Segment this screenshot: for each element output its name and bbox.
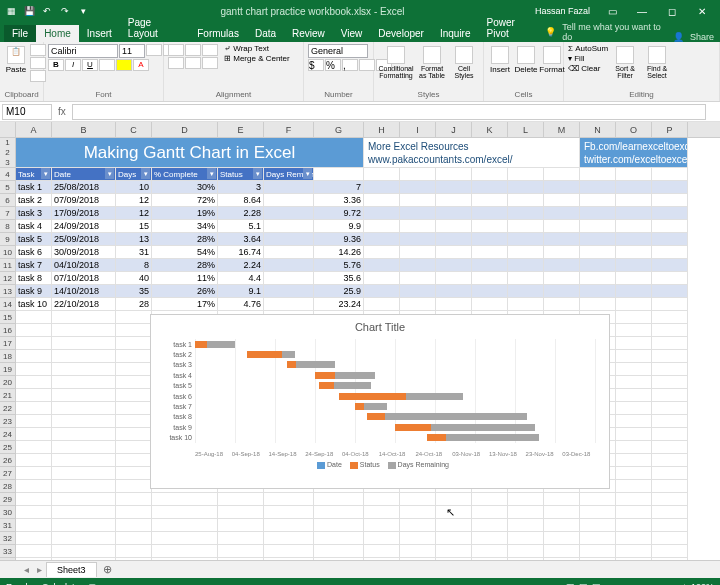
col-header[interactable]: G <box>314 122 364 137</box>
cell[interactable] <box>400 493 436 506</box>
minimize-button[interactable]: — <box>628 1 656 21</box>
cell[interactable] <box>544 259 580 272</box>
cell[interactable]: 9.1 <box>218 285 264 298</box>
cell[interactable] <box>580 246 616 259</box>
cell[interactable] <box>314 493 364 506</box>
cell[interactable] <box>652 441 688 454</box>
clear-button[interactable]: ⌫ Clear <box>568 64 608 73</box>
cell[interactable] <box>400 519 436 532</box>
cell[interactable] <box>652 259 688 272</box>
row-header[interactable]: 30 <box>0 506 16 519</box>
delete-cells-button[interactable]: Delete <box>514 44 538 82</box>
cell[interactable] <box>616 220 652 233</box>
cell[interactable] <box>652 350 688 363</box>
tab-home[interactable]: Home <box>36 25 79 42</box>
cell[interactable]: task 4 <box>16 220 52 233</box>
cell[interactable]: 9.9 <box>314 220 364 233</box>
cell[interactable] <box>52 402 116 415</box>
cell[interactable] <box>652 246 688 259</box>
cell[interactable] <box>436 519 472 532</box>
cell[interactable] <box>16 506 52 519</box>
cell[interactable]: 2.28 <box>218 207 264 220</box>
cell[interactable] <box>616 350 652 363</box>
cell[interactable] <box>116 441 152 454</box>
cell[interactable] <box>508 558 544 560</box>
undo-icon[interactable]: ↶ <box>40 4 54 18</box>
cell[interactable]: 3.36 <box>314 194 364 207</box>
cell[interactable]: 34% <box>152 220 218 233</box>
cell[interactable] <box>616 376 652 389</box>
cell[interactable]: task 3 <box>16 207 52 220</box>
cell[interactable] <box>400 545 436 558</box>
col-header[interactable]: K <box>472 122 508 137</box>
cell[interactable]: 16.74 <box>218 246 264 259</box>
cell[interactable] <box>264 207 314 220</box>
cell[interactable] <box>652 454 688 467</box>
cell[interactable]: 12 <box>116 194 152 207</box>
cell[interactable] <box>264 519 314 532</box>
close-button[interactable]: ✕ <box>688 1 716 21</box>
row-header[interactable]: 12 <box>0 272 16 285</box>
percent-button[interactable]: % <box>325 59 341 71</box>
cell[interactable]: 28% <box>152 233 218 246</box>
cell[interactable] <box>544 220 580 233</box>
cell[interactable] <box>16 428 52 441</box>
cell[interactable] <box>436 272 472 285</box>
row-header[interactable]: 17 <box>0 337 16 350</box>
cell[interactable] <box>616 441 652 454</box>
cell[interactable] <box>652 402 688 415</box>
cell[interactable] <box>544 168 580 181</box>
cell[interactable] <box>364 558 400 560</box>
cell[interactable] <box>652 181 688 194</box>
cell[interactable] <box>580 519 616 532</box>
cell[interactable] <box>472 285 508 298</box>
row-header[interactable]: 19 <box>0 363 16 376</box>
cell[interactable] <box>116 454 152 467</box>
cell[interactable]: 10 <box>116 181 152 194</box>
cell[interactable] <box>400 246 436 259</box>
cell[interactable] <box>616 545 652 558</box>
chart-bar-status[interactable] <box>395 424 431 431</box>
cell[interactable] <box>364 506 400 519</box>
cell[interactable] <box>436 545 472 558</box>
cell[interactable] <box>314 545 364 558</box>
cell[interactable] <box>472 181 508 194</box>
cell[interactable] <box>264 285 314 298</box>
bold-button[interactable]: B <box>48 59 64 71</box>
cell[interactable] <box>616 480 652 493</box>
cell[interactable] <box>364 207 400 220</box>
row-header[interactable]: 25 <box>0 441 16 454</box>
tab-file[interactable]: File <box>4 25 36 42</box>
cell[interactable] <box>16 376 52 389</box>
chart-bar-status[interactable] <box>319 382 334 389</box>
col-header[interactable]: H <box>364 122 400 137</box>
chart-bar-remaining[interactable] <box>335 372 375 379</box>
cell[interactable] <box>616 493 652 506</box>
cell[interactable]: 26% <box>152 285 218 298</box>
cell[interactable] <box>116 519 152 532</box>
cell[interactable]: 9.72 <box>314 207 364 220</box>
cell[interactable] <box>400 285 436 298</box>
cell[interactable] <box>218 545 264 558</box>
tab-review[interactable]: Review <box>284 25 333 42</box>
cell[interactable]: 17/09/2018 <box>52 207 116 220</box>
table-header[interactable]: Days <box>116 168 152 181</box>
cell[interactable] <box>16 532 52 545</box>
cell[interactable] <box>652 545 688 558</box>
row-header[interactable]: 4 <box>0 168 16 181</box>
cell[interactable] <box>436 493 472 506</box>
row-header[interactable]: 9 <box>0 233 16 246</box>
cell[interactable]: 30/09/2018 <box>52 246 116 259</box>
cell[interactable] <box>264 545 314 558</box>
cell[interactable] <box>616 532 652 545</box>
cell[interactable] <box>436 506 472 519</box>
cell[interactable]: 5.76 <box>314 259 364 272</box>
share-icon[interactable]: 👤 <box>673 32 684 42</box>
cell[interactable] <box>616 363 652 376</box>
cell[interactable] <box>16 558 52 560</box>
cell[interactable]: task 2 <box>16 194 52 207</box>
cell[interactable] <box>152 532 218 545</box>
cell[interactable] <box>16 519 52 532</box>
save-icon[interactable]: 💾 <box>22 4 36 18</box>
cell[interactable] <box>52 532 116 545</box>
